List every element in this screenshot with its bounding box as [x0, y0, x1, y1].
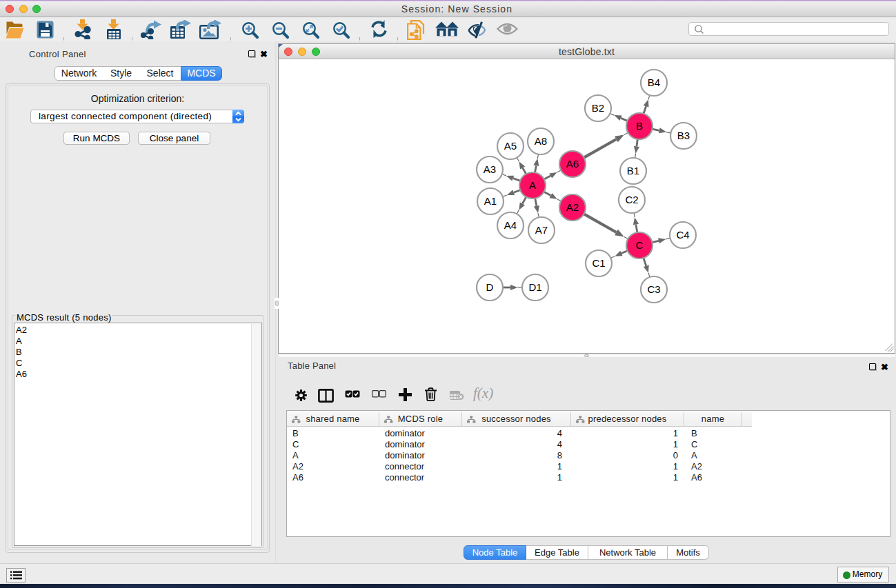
svg-text:B: B — [636, 120, 643, 132]
svg-text:C1: C1 — [592, 257, 605, 269]
svg-text:D1: D1 — [528, 281, 541, 293]
svg-text:A: A — [529, 179, 536, 191]
svg-text:B2: B2 — [592, 102, 604, 114]
svg-text:B3: B3 — [677, 130, 690, 141]
svg-text:A6: A6 — [566, 158, 579, 170]
svg-text:A3: A3 — [484, 163, 496, 175]
svg-text:C: C — [636, 239, 644, 251]
svg-text:B1: B1 — [627, 165, 639, 176]
svg-text:A8: A8 — [535, 135, 547, 147]
svg-text:A1: A1 — [484, 195, 497, 207]
svg-text:A4: A4 — [504, 219, 517, 231]
svg-text:C4: C4 — [676, 229, 689, 241]
svg-text:A5: A5 — [504, 140, 517, 152]
svg-text:C3: C3 — [647, 283, 660, 295]
svg-text:C2: C2 — [625, 194, 638, 205]
svg-text:A7: A7 — [535, 224, 548, 236]
svg-text:B4: B4 — [648, 77, 660, 88]
svg-text:D: D — [486, 281, 494, 293]
svg-text:A2: A2 — [566, 201, 579, 213]
